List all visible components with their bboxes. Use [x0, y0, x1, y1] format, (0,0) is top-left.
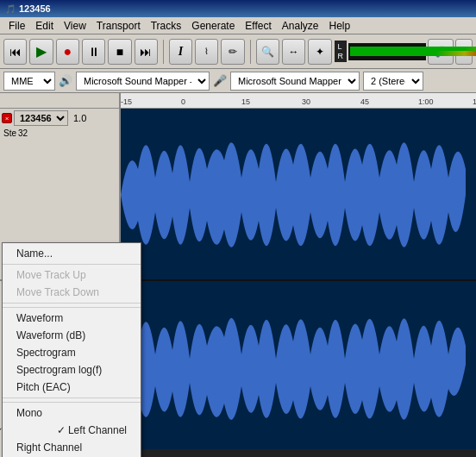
- track-panel: × 123456 1.0 Ste 32 Name... Move Track U…: [0, 109, 121, 457]
- track-close-button[interactable]: ×: [2, 113, 12, 123]
- waveform-area[interactable]: [121, 109, 476, 457]
- waveform-bars-2: [121, 281, 476, 449]
- menu-item-waveform[interactable]: Waveform: [3, 310, 141, 327]
- host-select[interactable]: MME: [3, 72, 55, 91]
- menu-item-mono[interactable]: Mono: [3, 404, 141, 422]
- menu-item-move-up: Move Track Up: [3, 266, 141, 284]
- ruler-mark: 15: [241, 97, 250, 106]
- ruler-mark: 30: [302, 97, 310, 106]
- ruler-mark: 1:15: [473, 97, 476, 106]
- menu-tracks[interactable]: Tracks: [146, 18, 187, 34]
- menu-item-spectrogram-log[interactable]: Spectrogram log(f): [3, 361, 141, 379]
- title-bar: 🎵 123456: [0, 0, 476, 17]
- ruler-mark: 1:00: [418, 97, 434, 106]
- menu-effect[interactable]: Effect: [240, 18, 276, 34]
- ruler-marks: -15 0 15 30 45 1:00 1:15: [121, 93, 476, 108]
- stop-button[interactable]: ■: [108, 39, 131, 65]
- menu-item-name[interactable]: Name...: [3, 245, 141, 262]
- window-title: 123456: [19, 3, 51, 14]
- menu-item-right-channel[interactable]: Right Channel: [3, 439, 141, 456]
- play-button[interactable]: ▶: [29, 39, 53, 65]
- menu-view[interactable]: View: [59, 18, 91, 34]
- menu-analyze[interactable]: Analyze: [277, 18, 324, 34]
- channel-select[interactable]: 2 (Stereo: [363, 72, 423, 91]
- track-dropdown-menu: Name... Move Track Up Move Track Down Wa…: [2, 242, 141, 457]
- menu-item-move-down: Move Track Down: [3, 284, 141, 301]
- output-device-select[interactable]: Microsoft Sound Mapper - Out: [76, 72, 210, 91]
- cursor-tool-button[interactable]: I: [169, 39, 192, 65]
- track-name-bar: × 123456 1.0: [2, 110, 117, 126]
- lr-label: LR: [335, 41, 348, 63]
- envelope-tool-button[interactable]: ⌇: [195, 39, 218, 65]
- record-button[interactable]: ●: [56, 39, 79, 65]
- track-name-dropdown[interactable]: 123456: [14, 110, 68, 126]
- menu-file[interactable]: File: [3, 18, 30, 34]
- pencil-tool-button[interactable]: ✏: [221, 39, 244, 65]
- main-area: × 123456 1.0 Ste 32 Name... Move Track U…: [0, 109, 476, 457]
- waveform-bars-1: [121, 109, 476, 279]
- speaker-icon: 🔊: [59, 74, 72, 87]
- separator-2: [250, 40, 251, 64]
- menu-bar: File Edit View Transport Tracks Generate…: [0, 17, 476, 34]
- multi-tool-button[interactable]: ✦: [308, 39, 331, 65]
- menu-item-spectrogram[interactable]: Spectrogram: [3, 344, 141, 361]
- separator: [3, 398, 141, 398]
- menu-transport[interactable]: Transport: [91, 18, 146, 34]
- ruler-mark: -15: [121, 97, 132, 106]
- menu-section-3: Mono ✓ Left Channel Right Channel Make S…: [3, 403, 141, 457]
- track-header-1: × 123456 1.0 Ste 32 Name... Move Track U…: [0, 109, 119, 281]
- track-rate-label: 32: [18, 128, 28, 138]
- menu-edit[interactable]: Edit: [30, 18, 59, 34]
- menu-item-left-channel[interactable]: ✓ Left Channel: [3, 422, 141, 439]
- separator-1: [163, 40, 164, 64]
- track-gain-label: 1.0: [73, 113, 86, 123]
- pause-button[interactable]: ⏸: [82, 39, 105, 65]
- waveform-track-1[interactable]: [121, 109, 476, 281]
- waveform-track-2[interactable]: [121, 281, 476, 449]
- track-stereo-label: Ste: [3, 128, 16, 138]
- ruler: -15 0 15 30 45 1:00 1:15: [0, 93, 476, 109]
- ruler-mark: 0: [181, 97, 185, 106]
- toolbar: ⏮ ▶ ● ⏸ ■ ⏭ I ⌇ ✏ 🔍 ↔ ✦ LR -18 -12 🔊 ▼: [0, 34, 476, 69]
- menu-generate[interactable]: Generate: [186, 18, 240, 34]
- level-meter: -18 -12: [348, 43, 426, 60]
- menu-item-pitch[interactable]: Pitch (EAC): [3, 379, 141, 396]
- input-device-select[interactable]: Microsoft Sound Mapper - Inp: [230, 72, 360, 91]
- separator: [3, 303, 141, 304]
- track-info-bar: Ste 32: [2, 128, 117, 139]
- zoom-tool-button[interactable]: 🔍: [256, 39, 279, 65]
- mic-icon: 🎤: [213, 74, 227, 87]
- menu-section-2: Waveform Waveform (dB) Spectrogram Spect…: [3, 308, 141, 403]
- menu-help[interactable]: Help: [324, 18, 356, 34]
- device-bar: MME 🔊 Microsoft Sound Mapper - Out 🎤 Mic…: [0, 69, 476, 93]
- separator: [3, 264, 141, 265]
- ruler-mark: 45: [360, 97, 369, 106]
- shift-tool-button[interactable]: ↔: [282, 39, 305, 65]
- skip-to-start-button[interactable]: ⏮: [3, 39, 27, 65]
- menu-section-1: Name... Move Track Up Move Track Down: [3, 243, 141, 308]
- menu-item-waveform-db[interactable]: Waveform (dB): [3, 327, 141, 344]
- app-icon: 🎵: [5, 4, 16, 14]
- skip-to-end-button[interactable]: ⏭: [135, 39, 158, 65]
